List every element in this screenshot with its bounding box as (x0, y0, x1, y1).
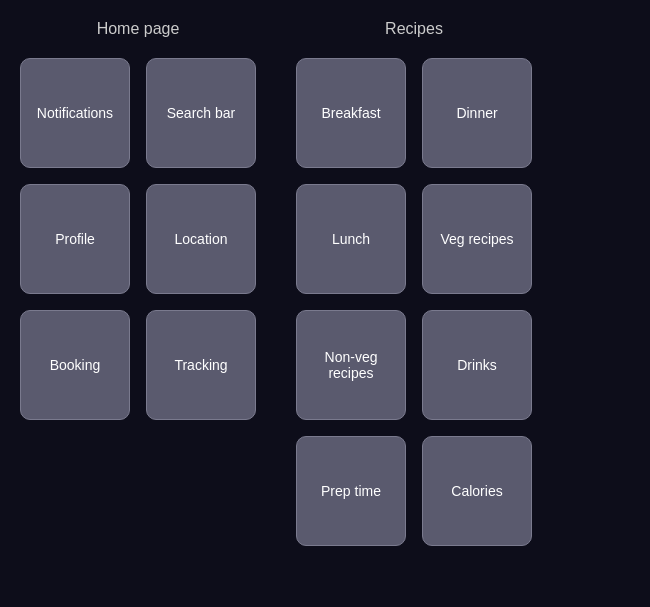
card-dinner[interactable]: Dinner (422, 58, 532, 168)
main-container: Home pageNotificationsSearch barProfileL… (20, 20, 630, 546)
grid-home-page: NotificationsSearch barProfileLocationBo… (20, 58, 256, 420)
card-location[interactable]: Location (146, 184, 256, 294)
section-title-recipes: Recipes (385, 20, 443, 38)
grid-recipes: BreakfastDinnerLunchVeg recipesNon-veg r… (296, 58, 532, 546)
card-lunch[interactable]: Lunch (296, 184, 406, 294)
section-title-home-page: Home page (97, 20, 180, 38)
card-prep-time[interactable]: Prep time (296, 436, 406, 546)
card-drinks[interactable]: Drinks (422, 310, 532, 420)
card-non-veg-recipes[interactable]: Non-veg recipes (296, 310, 406, 420)
card-search-bar[interactable]: Search bar (146, 58, 256, 168)
card-breakfast[interactable]: Breakfast (296, 58, 406, 168)
card-tracking[interactable]: Tracking (146, 310, 256, 420)
card-booking[interactable]: Booking (20, 310, 130, 420)
card-veg-recipes[interactable]: Veg recipes (422, 184, 532, 294)
section-recipes: RecipesBreakfastDinnerLunchVeg recipesNo… (296, 20, 532, 546)
card-profile[interactable]: Profile (20, 184, 130, 294)
card-notifications[interactable]: Notifications (20, 58, 130, 168)
card-calories[interactable]: Calories (422, 436, 532, 546)
section-home-page: Home pageNotificationsSearch barProfileL… (20, 20, 256, 546)
